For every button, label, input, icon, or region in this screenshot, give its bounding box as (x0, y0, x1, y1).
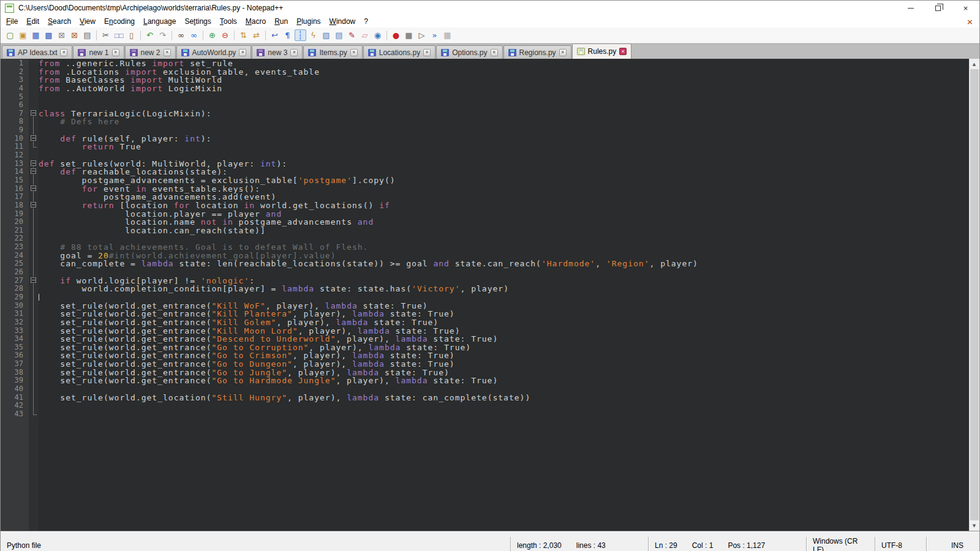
find-icon[interactable]: ∞ (175, 29, 187, 41)
tab-options-py[interactable]: Options.py× (436, 45, 502, 59)
fold-marker[interactable]: − (29, 110, 39, 118)
macro-run-multiple-icon[interactable]: » (429, 29, 440, 41)
fold-collapse-icon[interactable]: − (31, 135, 36, 141)
redo-icon[interactable]: ↷ (157, 29, 168, 41)
indent-guide-icon[interactable]: ┆ (295, 29, 306, 41)
code-line[interactable]: 5 (1, 93, 969, 102)
open-icon[interactable]: ▣ (17, 29, 29, 41)
tab-close-icon[interactable]: × (239, 49, 246, 56)
code-line[interactable]: 34 set_rule(world.get_entrance("Descend … (1, 335, 969, 343)
close-icon[interactable]: ⊠ (56, 29, 67, 41)
edit-popup-icon[interactable]: ✎ (346, 29, 358, 41)
macro-play-icon[interactable]: ▷ (416, 29, 428, 41)
tab-close-icon[interactable]: × (423, 49, 431, 56)
code-line[interactable]: 30 set_rule(world.get_entrance("Kill WoF… (1, 302, 969, 310)
save-all-icon[interactable]: ▩ (43, 29, 55, 41)
code-line[interactable]: 26 (1, 268, 969, 277)
fold-collapse-icon[interactable]: − (31, 277, 36, 283)
code-line[interactable]: 12 (1, 151, 969, 160)
menu-[interactable]: ? (360, 16, 372, 27)
tab-items-py[interactable]: Items.py× (303, 45, 362, 59)
close-button[interactable]: × (952, 1, 979, 15)
minimize-button[interactable] (897, 1, 924, 15)
zoom-out-icon[interactable]: ⊖ (219, 29, 231, 41)
copy-icon[interactable]: □□ (113, 29, 124, 41)
fold-marker[interactable]: − (29, 168, 39, 176)
code-line[interactable]: 2from .Locations import exclusion_table,… (1, 68, 969, 77)
code-line[interactable]: 9 (1, 126, 969, 135)
status-eol-format[interactable]: Windows (CR LF) (806, 537, 875, 551)
replace-icon[interactable]: ∞ (188, 29, 200, 41)
code-line[interactable]: 27− if world.logic[player] != 'nologic': (1, 277, 969, 285)
code-line[interactable]: 13−def set_rules(world: MultiWorld, play… (1, 160, 969, 168)
fold-marker[interactable]: − (29, 160, 39, 168)
monitor-icon[interactable]: ◉ (372, 29, 383, 41)
code-line[interactable]: 18− return [location for location in wor… (1, 201, 969, 210)
fold-collapse-icon[interactable]: − (31, 160, 36, 166)
paste-icon[interactable]: ▯ (126, 29, 137, 41)
macro-record-icon[interactable]: ● (390, 29, 402, 41)
fold-collapse-icon[interactable]: − (31, 110, 36, 116)
save-icon[interactable]: ▦ (30, 29, 42, 41)
code-line[interactable]: 1from ..generic.Rules import set_rule (1, 59, 969, 68)
scrollbar-thumb[interactable] (970, 69, 979, 520)
code-line[interactable]: 24 goal = 20#int(world.achievement_goal[… (1, 252, 969, 260)
tab-regions-py[interactable]: Regions.py× (503, 45, 571, 59)
close-document-icon[interactable]: × (967, 17, 973, 26)
code-line[interactable]: 10− def rule(self, player: int): (1, 135, 969, 143)
function-list-icon[interactable]: ϟ (307, 29, 319, 41)
code-line[interactable]: 39 set_rule(world.get_entrance("Go to Ha… (1, 377, 969, 385)
menu-view[interactable]: View (75, 16, 100, 27)
code-line[interactable]: 20 location.name not in postgame_advance… (1, 218, 969, 227)
menu-macro[interactable]: Macro (241, 16, 270, 27)
fold-marker[interactable]: − (29, 201, 39, 210)
code-line[interactable]: 35 set_rule(world.get_entrance("Go to Co… (1, 343, 969, 352)
menu-plugins[interactable]: Plugins (292, 16, 325, 27)
code-line[interactable]: 23 # 88 total achievements. Goal is to d… (1, 243, 969, 252)
macro-stop-icon[interactable]: ■ (403, 29, 415, 41)
cut-icon[interactable]: ✂ (100, 29, 111, 41)
menu-search[interactable]: Search (43, 16, 75, 27)
code-line[interactable]: 25 can_complete = lambda state: len(reac… (1, 260, 969, 268)
code-line[interactable]: 41 set_rule(world.get_location("Still Hu… (1, 394, 969, 402)
folder-as-workspace-icon[interactable]: ▱ (359, 29, 371, 41)
tab-close-icon[interactable]: × (491, 49, 498, 56)
fold-marker[interactable]: − (29, 135, 39, 143)
restore-button[interactable] (924, 1, 952, 15)
code-line[interactable]: 6 (1, 101, 969, 110)
new-file-icon[interactable]: ▢ (4, 29, 16, 41)
menu-tools[interactable]: Tools (216, 16, 241, 27)
tab-close-icon[interactable]: × (60, 49, 67, 56)
tab-close-icon[interactable]: × (350, 49, 358, 56)
code-line[interactable]: 31 set_rule(world.get_entrance("Kill Pla… (1, 310, 969, 318)
menu-encoding[interactable]: Encoding (100, 16, 139, 27)
code-line[interactable]: 4from ..AutoWorld import LogicMixin (1, 84, 969, 93)
code-line[interactable]: 11 return True (1, 143, 969, 151)
menu-edit[interactable]: Edit (22, 16, 43, 27)
fold-marker[interactable]: − (29, 277, 39, 285)
menu-language[interactable]: Language (139, 16, 180, 27)
tab-close-icon[interactable]: × (290, 49, 298, 56)
code-line[interactable]: 37 set_rule(world.get_entrance("Go to Du… (1, 360, 969, 369)
code-line[interactable]: 38 set_rule(world.get_entrance("Go to Ju… (1, 369, 969, 377)
print-icon[interactable]: ▤ (81, 29, 93, 41)
code-line[interactable]: 8 # Defs here (1, 118, 969, 126)
code-line[interactable]: 40 (1, 385, 969, 394)
tab-close-icon[interactable]: × (164, 49, 171, 56)
code-editor[interactable]: 1from ..generic.Rules import set_rule2fr… (1, 59, 979, 531)
code-line[interactable]: 19 location.player == player and (1, 210, 969, 219)
code-line[interactable]: 29 (1, 293, 969, 302)
scroll-down-arrow[interactable]: ▼ (970, 520, 979, 531)
tab-close-icon[interactable]: × (112, 49, 119, 56)
show-all-characters-icon[interactable]: ¶ (282, 29, 293, 41)
code-line[interactable]: 33 set_rule(world.get_entrance("Kill Moo… (1, 327, 969, 335)
code-line[interactable]: 21 location.can_reach(state)] (1, 227, 969, 235)
document-list-icon[interactable]: ▤ (333, 29, 345, 41)
zoom-in-icon[interactable]: ⊕ (206, 29, 218, 41)
fold-collapse-icon[interactable]: − (31, 186, 36, 191)
sync-horizontal-icon[interactable]: ⇄ (251, 29, 262, 41)
undo-icon[interactable]: ↶ (144, 29, 156, 41)
sync-vertical-icon[interactable]: ⇅ (238, 29, 249, 41)
tab-ap-ideas-txt[interactable]: AP Ideas.txt× (2, 45, 72, 59)
menu-file[interactable]: File (2, 16, 22, 27)
